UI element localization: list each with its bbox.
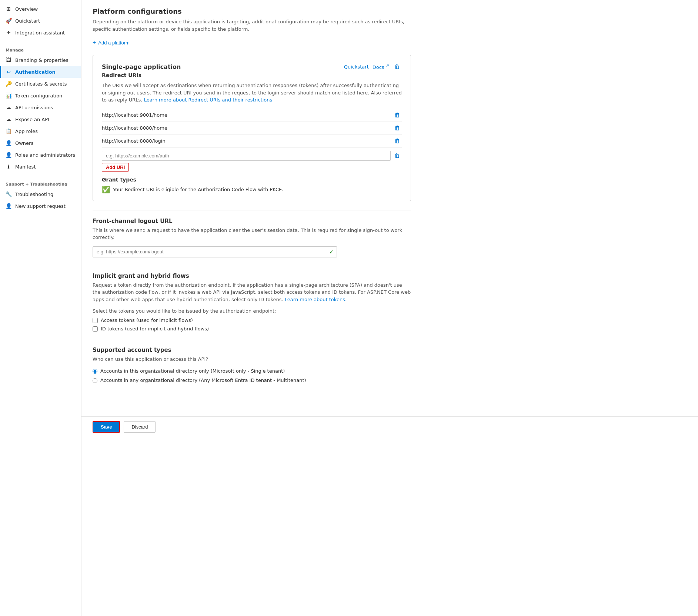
green-check-icon: ✅: [102, 186, 110, 193]
sidebar-item-integration-assistant[interactable]: ✈ Integration assistant: [0, 27, 81, 39]
expose-api-icon: ☁: [6, 116, 11, 122]
front-channel-desc: This is where we send a request to have …: [93, 227, 411, 241]
multi-tenant-radio[interactable]: [93, 378, 97, 383]
troubleshooting-icon: 🔧: [6, 191, 11, 197]
access-tokens-checkbox[interactable]: [93, 318, 98, 323]
delete-uri-0-button[interactable]: 🗑: [393, 111, 402, 119]
sidebar-item-owners[interactable]: 👤 Owners: [0, 137, 81, 149]
logout-input-wrapper: ✓: [93, 246, 337, 257]
sidebar-item-branding[interactable]: 🖼 Branding & properties: [0, 54, 81, 66]
sidebar: ⊞ Overview 🚀 Quickstart ✈ Integration as…: [0, 0, 81, 616]
sidebar-item-token-config[interactable]: 📊 Token configuration: [0, 90, 81, 101]
id-tokens-label: ID tokens (used for implicit and hybrid …: [101, 326, 209, 332]
check-icon: ✓: [326, 247, 337, 257]
grant-status: ✅ Your Redirect URI is eligible for the …: [102, 186, 402, 193]
sidebar-item-overview[interactable]: ⊞ Overview: [0, 3, 81, 15]
manifest-icon: ℹ: [6, 164, 11, 170]
tokens-label: Select the tokens you would like to be i…: [93, 308, 411, 314]
authentication-icon: ↩: [6, 69, 11, 75]
sidebar-item-troubleshooting[interactable]: 🔧 Troubleshooting: [0, 188, 81, 200]
manage-header: Manage: [0, 43, 81, 54]
uri-row: http://localhost:9001/home 🗑: [102, 109, 402, 122]
implicit-grant-title: Implicit grant and hybrid flows: [93, 273, 411, 279]
api-permissions-icon: ☁: [6, 104, 11, 110]
sidebar-item-app-roles[interactable]: 📋 App roles: [0, 125, 81, 137]
uri-input-row: 🗑: [102, 151, 402, 161]
front-channel-title: Front-channel logout URL: [93, 218, 411, 224]
sidebar-item-api-permissions[interactable]: ☁ API permissions: [0, 101, 81, 113]
plus-icon: +: [93, 39, 96, 46]
sidebar-item-expose-api[interactable]: ☁ Expose an API: [0, 113, 81, 125]
save-button[interactable]: Save: [93, 421, 120, 433]
sidebar-item-authentication[interactable]: ↩ Authentication: [0, 66, 81, 78]
uri-input[interactable]: [102, 151, 391, 161]
access-tokens-row: Access tokens (used for implicit flows): [93, 317, 411, 323]
multi-tenant-row: Accounts in any organizational directory…: [93, 377, 411, 383]
id-tokens-checkbox[interactable]: [93, 326, 98, 332]
quickstart-icon: 🚀: [6, 18, 11, 24]
sidebar-item-quickstart[interactable]: 🚀 Quickstart: [0, 15, 81, 27]
single-tenant-row: Accounts in this organizational director…: [93, 368, 411, 374]
roles-admins-icon: 👤: [6, 152, 11, 158]
implicit-learn-more-link[interactable]: Learn more about tokens.: [285, 297, 347, 302]
implicit-grant-desc: Request a token directly from the author…: [93, 282, 411, 303]
support-header: Support + Troubleshooting: [0, 177, 81, 188]
main-content: Platform configurations Depending on the…: [81, 0, 698, 616]
token-icon: 📊: [6, 93, 11, 99]
supported-accounts-subtitle: Who can use this application or access t…: [93, 356, 411, 363]
delete-uri-input-button[interactable]: 🗑: [393, 151, 402, 160]
add-uri-button[interactable]: Add URI: [102, 163, 129, 172]
multi-tenant-label: Accounts in any organizational directory…: [100, 377, 306, 383]
delete-uri-1-button[interactable]: 🗑: [393, 124, 402, 132]
uri-description: The URIs we will accept as destinations …: [102, 82, 402, 104]
grant-types-section: Grant types ✅ Your Redirect URI is eligi…: [102, 177, 402, 193]
supported-accounts-title: Supported account types: [93, 347, 411, 353]
redirect-uris-subtitle: Redirect URIs: [102, 72, 402, 78]
logout-url-input[interactable]: [93, 247, 326, 257]
integration-icon: ✈: [6, 30, 11, 36]
platform-configs-desc: Depending on the platform or device this…: [93, 18, 411, 33]
add-platform-button[interactable]: + Add a platform: [93, 38, 130, 47]
card-delete-button[interactable]: 🗑: [393, 63, 402, 71]
page-title: Platform configurations: [93, 7, 411, 15]
owners-icon: 👤: [6, 140, 11, 146]
id-tokens-row: ID tokens (used for implicit and hybrid …: [93, 326, 411, 332]
certificates-icon: 🔑: [6, 81, 11, 87]
overview-icon: ⊞: [6, 6, 11, 12]
single-tenant-label: Accounts in this organizational director…: [100, 368, 285, 374]
bottom-toolbar: Save Discard: [81, 416, 698, 437]
platform-card: Single-page application Quickstart Docs …: [93, 55, 411, 201]
branding-icon: 🖼: [6, 57, 11, 63]
external-link-icon: ↗: [386, 63, 389, 68]
card-title: Single-page application: [102, 63, 181, 70]
card-actions: Quickstart Docs ↗ 🗑: [344, 63, 402, 71]
uri-row: http://localhost:8080/home 🗑: [102, 122, 402, 135]
single-tenant-radio[interactable]: [93, 369, 97, 374]
discard-button[interactable]: Discard: [124, 421, 156, 433]
sidebar-item-roles-admins[interactable]: 👤 Roles and administrators: [0, 149, 81, 161]
access-tokens-label: Access tokens (used for implicit flows): [101, 317, 193, 323]
sidebar-item-new-support[interactable]: 👤 New support request: [0, 200, 81, 212]
app-roles-icon: 📋: [6, 128, 11, 134]
sidebar-item-manifest[interactable]: ℹ Manifest: [0, 161, 81, 173]
card-quickstart-link[interactable]: Quickstart: [344, 64, 369, 70]
grant-types-title: Grant types: [102, 177, 402, 183]
sidebar-item-certificates[interactable]: 🔑 Certificates & secrets: [0, 78, 81, 90]
uri-learn-more-link[interactable]: Learn more about Redirect URIs and their…: [144, 97, 273, 103]
new-support-icon: 👤: [6, 203, 11, 209]
delete-uri-2-button[interactable]: 🗑: [393, 137, 402, 145]
card-docs-link[interactable]: Docs ↗: [373, 63, 389, 70]
uri-row: http://localhost:8080/login 🗑: [102, 135, 402, 148]
